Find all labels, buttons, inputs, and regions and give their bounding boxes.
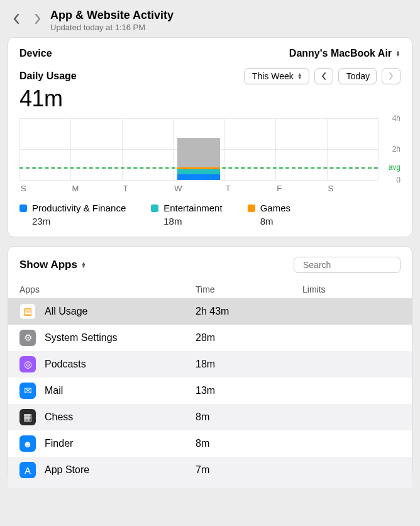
search-field[interactable]	[294, 257, 401, 273]
app-time: 28m	[196, 332, 302, 344]
period-select[interactable]: This Week ▲▼	[244, 68, 309, 84]
app-icon: ☻	[19, 435, 36, 452]
legend-item: Entertainment18m	[151, 203, 222, 227]
x-tick: M	[72, 184, 79, 193]
y-tick: 0	[396, 176, 401, 184]
x-tick: S	[328, 184, 334, 193]
legend-value: 18m	[163, 216, 222, 227]
prev-period-button[interactable]	[314, 68, 333, 84]
apps-panel: Show Apps ▲▼ Apps Time Limits ▤All Usage…	[8, 246, 412, 479]
header-nav: App & Website Activity Updated today at …	[8, 8, 412, 37]
app-time: 8m	[196, 411, 302, 423]
updown-icon: ▲▼	[81, 262, 86, 268]
x-tick: T	[123, 184, 128, 193]
forward-button[interactable]	[34, 13, 41, 25]
app-icon: ⚙	[19, 330, 36, 346]
table-row[interactable]: AApp Store7m	[8, 457, 412, 483]
daily-usage-total: 41m	[19, 86, 401, 112]
app-icon: ▦	[19, 409, 36, 425]
app-name: Mail	[45, 385, 196, 396]
legend-name: Productivity & Finance	[32, 203, 126, 213]
device-select[interactable]: Danny's MacBook Air ▲▼	[289, 48, 401, 59]
table-row[interactable]: ▤All Usage2h 43m	[8, 298, 412, 325]
app-name: System Settings	[45, 332, 196, 344]
back-button[interactable]	[13, 13, 20, 25]
col-limits: Limits	[302, 284, 401, 294]
chart-legend: Productivity & Finance23mEntertainment18…	[19, 203, 401, 227]
updown-icon: ▲▼	[297, 73, 302, 79]
app-name: Finder	[45, 438, 196, 449]
show-apps-select[interactable]: Show Apps ▲▼	[19, 259, 86, 271]
daily-usage-label: Daily Usage	[19, 70, 77, 82]
swatch-icon	[19, 204, 27, 212]
swatch-icon	[151, 204, 158, 212]
table-row[interactable]: ☻Finder8m	[8, 430, 412, 457]
app-icon: ▤	[19, 303, 36, 320]
legend-value: 8m	[260, 216, 290, 227]
page-title: App & Website Activity	[50, 9, 174, 22]
y-tick: 2h	[392, 145, 401, 154]
app-name: Chess	[45, 411, 196, 423]
swatch-icon	[248, 204, 255, 212]
legend-item: Productivity & Finance23m	[19, 203, 126, 227]
app-time: 13m	[196, 385, 302, 396]
legend-item: Games8m	[248, 203, 290, 227]
app-time: 2h 43m	[196, 306, 302, 317]
app-icon: ✉	[19, 383, 36, 399]
legend-value: 23m	[32, 216, 126, 227]
usage-panel: Device Danny's MacBook Air ▲▼ Daily Usag…	[8, 37, 412, 237]
y-tick: 4h	[392, 114, 401, 123]
usage-chart: 4h 2h 0 avg SMTWTFS	[19, 118, 401, 194]
table-header: Apps Time Limits	[19, 282, 401, 298]
avg-label: avg	[389, 163, 401, 172]
col-time: Time	[196, 284, 302, 294]
x-tick: W	[174, 184, 182, 193]
device-label: Device	[19, 48, 52, 59]
search-input[interactable]	[303, 260, 413, 270]
period-selected: This Week	[252, 71, 294, 81]
table-row[interactable]: ✉Mail13m	[8, 378, 412, 404]
table-row[interactable]: ◎Podcasts18m	[8, 351, 412, 378]
x-tick: F	[277, 184, 282, 193]
col-apps: Apps	[19, 284, 196, 294]
x-tick: S	[21, 184, 26, 193]
table-row[interactable]: ⚙System Settings28m	[8, 325, 412, 351]
device-selected: Danny's MacBook Air	[289, 48, 392, 59]
app-time: 8m	[196, 438, 302, 449]
app-time: 7m	[196, 464, 302, 476]
x-tick: T	[226, 184, 231, 193]
legend-name: Games	[260, 203, 290, 213]
app-name: App Store	[45, 464, 196, 476]
updown-icon: ▲▼	[395, 50, 401, 57]
table-row[interactable]: ▦Chess8m	[8, 404, 412, 430]
app-icon: A	[19, 462, 36, 478]
app-name: Podcasts	[45, 359, 196, 370]
legend-name: Entertainment	[163, 203, 222, 213]
app-icon: ◎	[19, 356, 36, 372]
app-time: 18m	[196, 359, 302, 370]
app-name: All Usage	[45, 306, 196, 317]
page-subtitle: Updated today at 1:16 PM	[50, 23, 174, 32]
next-period-button[interactable]	[382, 68, 401, 84]
app-list: ▤All Usage2h 43m⚙System Settings28m◎Podc…	[8, 298, 412, 488]
today-button[interactable]: Today	[338, 68, 377, 84]
